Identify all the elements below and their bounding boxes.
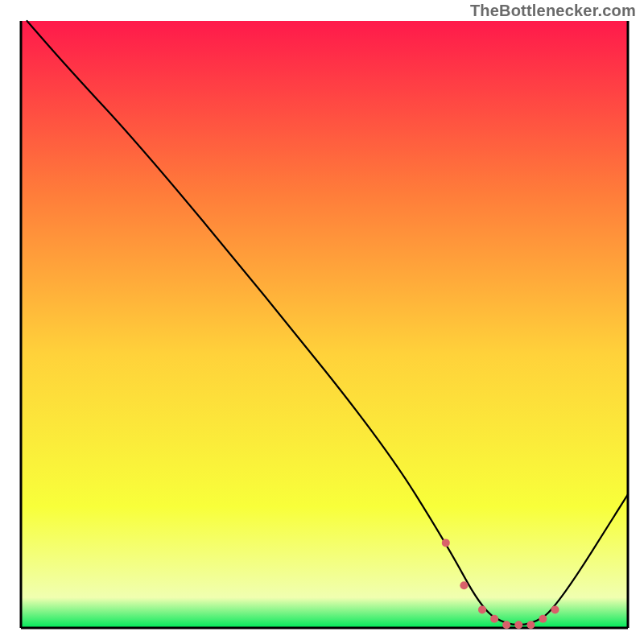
highlight-dot <box>442 539 450 547</box>
bottleneck-chart <box>0 0 644 644</box>
highlight-dot <box>502 621 510 629</box>
highlight-dot <box>539 615 547 623</box>
gradient-background <box>21 21 628 628</box>
highlight-dot <box>526 621 535 629</box>
highlight-dot <box>490 615 498 623</box>
highlight-dot <box>478 605 486 613</box>
highlight-dot <box>514 621 522 629</box>
highlight-dot <box>551 605 559 613</box>
highlight-dot <box>460 581 468 589</box>
